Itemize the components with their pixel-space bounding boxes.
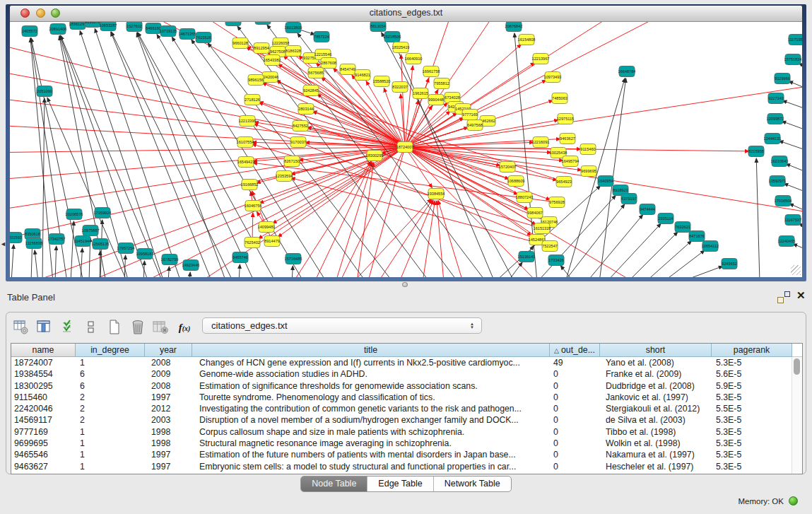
table-row[interactable]: 1938455462009Genome-wide association stu… xyxy=(11,368,802,380)
graph-node[interactable]: 2051090 xyxy=(37,86,52,97)
graph-node[interactable]: 17359924 xyxy=(94,208,112,218)
select-attributes-button[interactable] xyxy=(59,318,77,337)
graph-node[interactable]: 9242845 xyxy=(303,86,319,96)
table-row[interactable]: 2242004622012Investigating the contribut… xyxy=(11,403,802,414)
graph-node[interactable]: 17342757 xyxy=(48,234,66,245)
graph-node[interactable]: 7615526 xyxy=(196,33,211,43)
minimize-traffic-light-icon[interactable] xyxy=(36,8,45,18)
table-row[interactable]: 969969511998Structural magnetic resonanc… xyxy=(11,438,802,449)
graph-node[interactable]: 16107554 xyxy=(237,137,254,148)
table-row[interactable]: 1830029562008Estimation of significance … xyxy=(11,380,802,392)
graph-node[interactable]: 15720407 xyxy=(499,162,517,173)
graph-node[interactable]: 15588520 xyxy=(373,76,391,87)
graph-node[interactable]: 9699695 xyxy=(581,166,596,177)
close-panel-icon[interactable]: ✕ xyxy=(796,289,806,302)
graph-node[interactable]: 9146821 xyxy=(355,70,370,81)
table-row[interactable]: 946554611997Estimation of the future num… xyxy=(11,449,802,460)
graph-node[interactable]: 10719135 xyxy=(160,26,177,37)
graph-node[interactable]: 7857224 xyxy=(314,32,329,42)
show-columns-button[interactable] xyxy=(35,318,54,337)
graph-node[interactable]: 14671355 xyxy=(179,29,196,40)
graph-node[interactable]: 12093872 xyxy=(767,114,784,124)
graph-node[interactable]: 15716485 xyxy=(285,254,302,264)
graph-node[interactable]: 1527602 xyxy=(126,22,142,32)
graph-node[interactable]: 12444131 xyxy=(764,134,782,144)
graph-node[interactable]: 10958187 xyxy=(136,249,154,259)
graph-node[interactable]: 9227343 xyxy=(768,93,784,104)
tab-network-table[interactable]: Network Table xyxy=(433,477,511,491)
graph-node[interactable]: 16495794 xyxy=(562,156,579,167)
graph-node[interactable]: 8267150 xyxy=(284,156,300,167)
column-header-out-de-[interactable]: △out_de... xyxy=(550,344,600,357)
graph-node[interactable]: 12505135 xyxy=(92,239,110,250)
graph-node[interactable]: 14099481 xyxy=(258,222,276,233)
graph-node[interactable]: 9777169 xyxy=(462,110,478,120)
window-titlebar[interactable]: citations_edges.txt xyxy=(10,6,802,22)
graph-node[interactable]: 2867608 xyxy=(321,58,336,69)
graph-node[interactable]: 16640910 xyxy=(405,54,423,64)
row-height-button[interactable] xyxy=(82,318,100,337)
graph-node[interactable]: 19166852 xyxy=(241,180,259,190)
graph-node[interactable]: 6379197 xyxy=(621,194,637,204)
graph-node[interactable]: 9305291 xyxy=(225,22,241,26)
column-header-in-degree[interactable]: in_degree xyxy=(76,344,145,357)
graph-node[interactable]: 10654112 xyxy=(702,241,719,252)
graph-node[interactable]: 11171953 xyxy=(788,35,802,45)
graph-node[interactable]: 7485063 xyxy=(552,93,567,104)
graph-node[interactable]: 9654923 xyxy=(556,177,572,187)
graph-node[interactable]: 2803144 xyxy=(298,104,314,115)
graph-node[interactable]: 19384554 xyxy=(428,189,445,199)
close-traffic-light-icon[interactable] xyxy=(20,8,30,18)
graph-node[interactable]: 1962615 xyxy=(413,88,428,99)
create-column-button[interactable] xyxy=(105,318,124,337)
graph-node[interactable]: 12213967 xyxy=(532,54,550,64)
delete-column-button[interactable] xyxy=(129,318,147,337)
graph-node[interactable]: 6497568 xyxy=(467,120,483,131)
column-header-pagerank[interactable]: pagerank xyxy=(712,344,792,357)
graph-node[interactable]: 12353594 xyxy=(276,171,293,182)
column-header-title[interactable]: title xyxy=(192,344,550,357)
vertical-scrollbar[interactable] xyxy=(792,357,802,474)
graph-node[interactable]: 15751824 xyxy=(784,54,802,65)
graph-node[interactable]: 5675685 xyxy=(308,68,324,78)
graph-node[interactable]: 17957254 xyxy=(117,243,135,254)
column-header-name[interactable]: name xyxy=(11,344,76,357)
scrollbar-thumb[interactable] xyxy=(794,358,800,375)
graph-node[interactable]: 16151328 xyxy=(534,223,551,234)
graph-node[interactable]: 16549423 xyxy=(237,157,255,168)
graph-node[interactable]: 18807243 xyxy=(516,192,534,203)
graph-node[interactable]: 9896156 xyxy=(248,75,264,86)
graph-node[interactable]: 10688609 xyxy=(507,176,525,187)
graph-node[interactable]: 18361297 xyxy=(69,22,87,30)
graph-node[interactable]: 9329966 xyxy=(775,74,790,84)
float-panel-icon[interactable] xyxy=(777,291,790,303)
graph-node[interactable]: 9984067 xyxy=(527,208,543,218)
graph-node[interactable]: 16961758 xyxy=(423,66,440,77)
graph-node[interactable]: 16543382 xyxy=(264,55,281,66)
graph-node[interactable]: 11167537 xyxy=(784,215,801,226)
graph-node[interactable]: 9756928 xyxy=(549,197,565,208)
graph-node[interactable]: 20876842 xyxy=(505,22,523,32)
tab-node-table[interactable]: Node Table xyxy=(301,477,367,491)
graph-node[interactable]: 10975887 xyxy=(82,226,100,236)
graph-node[interactable]: 8186328 xyxy=(286,46,301,57)
graph-node[interactable]: 16782759 xyxy=(161,255,179,265)
graph-node[interactable]: 8471676 xyxy=(689,231,705,242)
graph-node[interactable]: 20891406 xyxy=(49,24,67,35)
graph-node[interactable]: 14923446 xyxy=(182,260,200,271)
graph-node[interactable]: 10653287 xyxy=(100,22,117,31)
table-row[interactable]: 911546021997Tourette syndrome. Phenomeno… xyxy=(11,392,802,403)
window-resize-grip-icon[interactable] xyxy=(791,265,801,275)
function-builder-button[interactable]: f(x) xyxy=(175,318,194,337)
delete-table-button[interactable] xyxy=(152,318,170,337)
table-row[interactable]: 1456911722003Disruption of a novel membe… xyxy=(11,414,802,426)
graph-node[interactable]: 2935114 xyxy=(658,214,673,224)
graph-node[interactable]: 16648784 xyxy=(618,66,636,77)
graph-node[interactable]: 16154808 xyxy=(518,35,536,45)
graph-node[interactable]: 16046756 xyxy=(245,201,262,211)
graph-node[interactable]: 9465746 xyxy=(233,252,248,263)
graph-node[interactable]: 16210643 xyxy=(771,156,789,167)
graph-node[interactable]: 17016504 xyxy=(775,196,792,206)
graph-node[interactable]: 20206576 xyxy=(66,209,83,220)
graph-node[interactable]: 18724007 xyxy=(396,142,414,153)
